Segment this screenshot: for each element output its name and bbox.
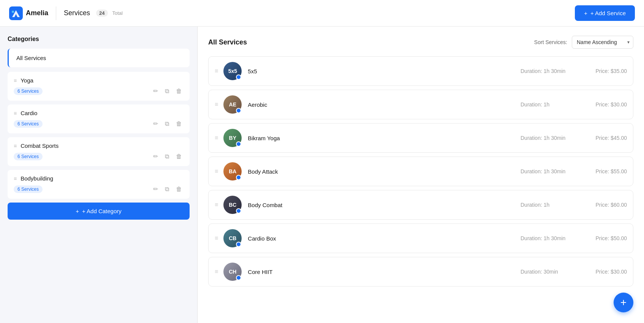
service-name: 5x5	[248, 68, 521, 74]
sort-select-wrap: Name AscendingName DescendingPrice Ascen…	[572, 36, 633, 49]
service-price: Price: $30.00	[581, 101, 627, 108]
sidebar-category-item[interactable]: ≡ Yoga 6 Services ✏ ⧉ 🗑	[8, 72, 190, 101]
app-name: Amelia	[26, 9, 48, 17]
service-name: Cardio Box	[248, 235, 521, 242]
category-footer: 6 Services ✏ ⧉ 🗑	[14, 119, 184, 128]
categories-list: ≡ Yoga 6 Services ✏ ⧉ 🗑 ≡ Cardio 6 Servi…	[8, 72, 190, 199]
service-drag-icon: ≡	[215, 235, 218, 242]
services-list: ≡ 5x5 5x5 Duration: 1h 30min Price: $35.…	[208, 56, 633, 287]
category-header: ≡ Bodybuilding	[14, 175, 184, 182]
logo: Amelia	[9, 6, 48, 20]
service-duration: Duration: 1h 30min	[521, 135, 581, 141]
category-name: Yoga	[21, 77, 33, 84]
add-service-button[interactable]: + + Add Service	[575, 5, 635, 21]
service-name: Body Combat	[248, 202, 521, 208]
sidebar-category-item[interactable]: ≡ Bodybuilding 6 Services ✏ ⧉ 🗑	[8, 170, 190, 199]
drag-icon: ≡	[14, 176, 17, 182]
service-duration: Duration: 1h 30min	[521, 68, 581, 74]
service-duration: Duration: 1h 30min	[521, 168, 581, 174]
fab-add-button[interactable]: +	[614, 293, 633, 312]
service-name: Body Attack	[248, 168, 521, 175]
service-duration: Duration: 1h	[521, 101, 581, 108]
category-actions: ✏ ⧉ 🗑	[152, 119, 184, 128]
service-drag-icon: ≡	[215, 68, 218, 74]
service-name: Core HIIT	[248, 269, 521, 275]
delete-category-button[interactable]: 🗑	[174, 152, 184, 161]
drag-icon: ≡	[14, 143, 17, 149]
service-avatar-wrap: CB	[223, 229, 242, 247]
service-avatar-wrap: BC	[223, 196, 242, 214]
category-name: Bodybuilding	[21, 175, 53, 182]
service-drag-icon: ≡	[215, 201, 218, 208]
service-row[interactable]: ≡ BY Bikram Yoga Duration: 1h 30min Pric…	[208, 123, 633, 153]
content-title: All Services	[208, 38, 247, 46]
copy-category-button[interactable]: ⧉	[163, 185, 171, 193]
service-row[interactable]: ≡ BA Body Attack Duration: 1h 30min Pric…	[208, 157, 633, 186]
service-duration: Duration: 1h 30min	[521, 235, 581, 241]
add-category-plus-icon: +	[76, 208, 79, 214]
add-category-button[interactable]: + + Add Category	[8, 203, 190, 220]
app-header: Amelia Services 24 Total + + Add Service	[0, 0, 644, 27]
category-actions: ✏ ⧉ 🗑	[152, 152, 184, 161]
service-avatar-wrap: AE	[223, 95, 242, 114]
category-name-wrap: ≡ Cardio	[14, 110, 37, 116]
category-actions: ✏ ⧉ 🗑	[152, 87, 184, 95]
sidebar-category-item[interactable]: ≡ Combat Sports 6 Services ✏ ⧉ 🗑	[8, 137, 190, 166]
service-drag-icon: ≡	[215, 101, 218, 108]
add-service-label: + Add Service	[590, 10, 626, 16]
delete-category-button[interactable]: 🗑	[174, 185, 184, 193]
service-drag-icon: ≡	[215, 168, 218, 175]
edit-category-button[interactable]: ✏	[152, 87, 160, 95]
sidebar: Categories All Services ≡ Yoga 6 Service…	[0, 27, 198, 323]
all-services-label: All Services	[16, 55, 46, 61]
service-row[interactable]: ≡ 5x5 5x5 Duration: 1h 30min Price: $35.…	[208, 56, 633, 86]
category-header: ≡ Combat Sports	[14, 142, 184, 149]
sidebar-item-all-services[interactable]: All Services	[8, 49, 190, 67]
service-row[interactable]: ≡ CB Cardio Box Duration: 1h 30min Price…	[208, 223, 633, 253]
service-price: Price: $50.00	[581, 235, 627, 241]
service-row[interactable]: ≡ AE Aerobic Duration: 1h Price: $30.00	[208, 90, 633, 119]
add-category-label: + Add Category	[82, 208, 122, 214]
category-name: Combat Sports	[21, 142, 59, 149]
edit-category-button[interactable]: ✏	[152, 152, 160, 161]
service-status-dot	[236, 275, 241, 280]
service-drag-icon: ≡	[215, 135, 218, 141]
service-status-dot	[236, 74, 241, 80]
fab-plus-icon: +	[620, 296, 627, 309]
delete-category-button[interactable]: 🗑	[174, 119, 184, 128]
service-row[interactable]: ≡ BC Body Combat Duration: 1h Price: $60…	[208, 190, 633, 220]
service-count-badge: 6 Services	[14, 87, 43, 95]
service-price: Price: $60.00	[581, 202, 627, 208]
service-count-badge: 6 Services	[14, 120, 43, 128]
header-divider	[56, 6, 56, 20]
amelia-logo-icon	[9, 6, 23, 20]
service-status-dot	[236, 208, 241, 214]
sidebar-category-item[interactable]: ≡ Cardio 6 Services ✏ ⧉ 🗑	[8, 104, 190, 133]
sort-select[interactable]: Name AscendingName DescendingPrice Ascen…	[572, 36, 633, 49]
edit-category-button[interactable]: ✏	[152, 119, 160, 128]
services-count-badge: 24	[96, 10, 108, 17]
service-status-dot	[236, 242, 241, 247]
service-count-badge: 6 Services	[14, 185, 43, 193]
content-header: All Services Sort Services: Name Ascendi…	[208, 36, 633, 49]
copy-category-button[interactable]: ⧉	[163, 119, 171, 128]
category-name-wrap: ≡ Bodybuilding	[14, 175, 53, 182]
category-header: ≡ Cardio	[14, 110, 184, 116]
service-row[interactable]: ≡ CH Core HIIT Duration: 30min Price: $3…	[208, 257, 633, 287]
category-footer: 6 Services ✏ ⧉ 🗑	[14, 87, 184, 95]
copy-category-button[interactable]: ⧉	[163, 152, 171, 161]
category-header: ≡ Yoga	[14, 77, 184, 84]
services-total-label: Total	[112, 10, 123, 16]
service-status-dot	[236, 175, 241, 180]
header-left: Amelia Services 24 Total	[9, 6, 123, 20]
services-heading: Services 24 Total	[64, 9, 123, 17]
delete-category-button[interactable]: 🗑	[174, 87, 184, 95]
service-duration: Duration: 1h	[521, 202, 581, 208]
service-price: Price: $30.00	[581, 269, 627, 275]
service-name: Bikram Yoga	[248, 135, 521, 141]
service-avatar-wrap: CH	[223, 263, 242, 281]
edit-category-button[interactable]: ✏	[152, 185, 160, 193]
drag-icon: ≡	[14, 78, 17, 84]
copy-category-button[interactable]: ⧉	[163, 87, 171, 95]
service-duration: Duration: 30min	[521, 269, 581, 275]
